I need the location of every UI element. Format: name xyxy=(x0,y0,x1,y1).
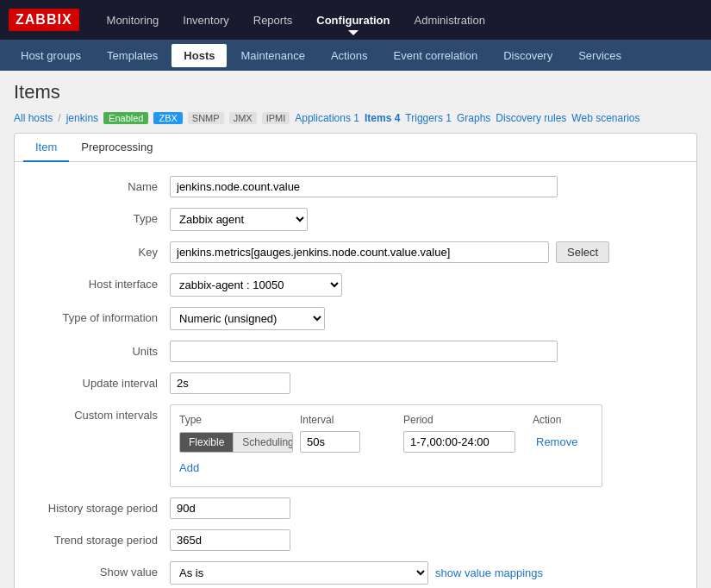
breadcrumb-allhosts[interactable]: All hosts xyxy=(14,112,53,124)
tab-items[interactable]: Items 4 xyxy=(365,112,400,124)
units-row: Units xyxy=(32,341,679,362)
add-interval-button[interactable]: Add xyxy=(179,458,199,478)
col-type-header: Type xyxy=(179,414,300,426)
nav-reports[interactable]: Reports xyxy=(243,9,303,32)
subnav-event-correlation[interactable]: Event correlation xyxy=(382,44,490,67)
update-interval-field xyxy=(170,372,679,394)
tab-web-scenarios[interactable]: Web scenarios xyxy=(571,112,639,124)
subnav-host-groups[interactable]: Host groups xyxy=(9,44,93,67)
type-select[interactable]: Zabbix agent xyxy=(170,208,308,231)
interval-row: Flexible Scheduling Remov xyxy=(179,431,593,453)
nav-administration[interactable]: Administration xyxy=(404,9,496,32)
host-interface-field: zabbix-agent : 10050 xyxy=(170,273,679,297)
breadcrumb-bar: All hosts / jenkins Enabled ZBX SNMP JMX… xyxy=(14,112,697,124)
custom-intervals-row: Custom intervals Type Interval Period Ac… xyxy=(32,404,679,487)
update-interval-label: Update interval xyxy=(32,372,170,390)
trend-label: Trend storage period xyxy=(32,529,170,547)
form-body: Name jenkins.node.count.value Type Zabbi… xyxy=(15,162,696,588)
logo: ZABBIX xyxy=(9,9,79,31)
form-tab-preprocessing[interactable]: Preprocessing xyxy=(69,134,165,162)
type-info-field: Numeric (unsigned) xyxy=(170,307,679,330)
key-row: Key Select xyxy=(32,241,679,263)
show-value-mappings-link[interactable]: show value mappings xyxy=(435,566,543,579)
trend-row: Trend storage period xyxy=(32,529,679,551)
subnav-services[interactable]: Services xyxy=(566,44,633,67)
type-field: Zabbix agent xyxy=(170,208,679,231)
units-field xyxy=(170,341,679,362)
update-interval-input[interactable] xyxy=(170,372,290,394)
update-interval-row: Update interval xyxy=(32,372,679,394)
remove-button[interactable]: Remove xyxy=(533,435,581,448)
nav-inventory[interactable]: Inventory xyxy=(172,9,239,32)
show-value-row: Show value As is show value mappings xyxy=(32,561,679,585)
breadcrumb-host[interactable]: jenkins xyxy=(66,112,98,124)
nav-configuration[interactable]: Configuration xyxy=(306,9,400,32)
enabled-badge: Enabled xyxy=(103,112,148,124)
key-label: Key xyxy=(32,241,170,259)
show-value-select[interactable]: As is xyxy=(170,561,428,585)
type-buttons: Flexible Scheduling xyxy=(179,432,293,453)
host-interface-row: Host interface zabbix-agent : 10050 xyxy=(32,273,679,297)
units-label: Units xyxy=(32,341,170,358)
form-tab-item[interactable]: Item xyxy=(23,134,69,162)
show-value-label: Show value xyxy=(32,561,170,579)
subnav-actions[interactable]: Actions xyxy=(319,44,380,67)
type-row: Type Zabbix agent xyxy=(32,208,679,231)
key-input[interactable] xyxy=(170,241,549,263)
flexible-btn[interactable]: Flexible xyxy=(180,433,234,452)
history-row: History storage period xyxy=(32,497,679,519)
add-interval-row: Add xyxy=(179,453,593,478)
name-input[interactable]: jenkins.node.count.value xyxy=(170,176,558,197)
top-navigation: ZABBIX Monitoring Inventory Reports Conf… xyxy=(0,0,711,40)
key-field: Select xyxy=(170,241,679,263)
page-content: Items All hosts / jenkins Enabled ZBX SN… xyxy=(0,71,711,588)
type-label: Type xyxy=(32,208,170,225)
snmp-badge: SNMP xyxy=(188,112,224,124)
jmx-badge: JMX xyxy=(229,112,257,124)
trend-input[interactable] xyxy=(170,529,290,551)
host-interface-label: Host interface xyxy=(32,273,170,291)
ipmi-badge: IPMI xyxy=(262,112,290,124)
interval-value-col xyxy=(300,431,403,453)
action-col: Remove xyxy=(533,435,593,448)
form-container: Item Preprocessing Name jenkins.node.cou… xyxy=(14,133,697,588)
scheduling-btn[interactable]: Scheduling xyxy=(234,433,293,452)
subnav-templates[interactable]: Templates xyxy=(95,44,170,67)
sub-navigation: Host groups Templates Hosts Maintenance … xyxy=(0,40,711,71)
history-field xyxy=(170,497,679,519)
trend-field xyxy=(170,529,679,551)
intervals-section: Type Interval Period Action Flexible Sch… xyxy=(170,404,602,487)
interval-value-input[interactable] xyxy=(300,431,360,453)
top-nav-links: Monitoring Inventory Reports Configurati… xyxy=(97,9,496,32)
breadcrumb-sep: / xyxy=(58,112,60,124)
host-interface-select[interactable]: zabbix-agent : 10050 xyxy=(170,273,342,297)
tab-applications[interactable]: Applications 1 xyxy=(295,112,359,124)
period-value-input[interactable] xyxy=(403,431,515,453)
history-label: History storage period xyxy=(32,497,170,515)
intervals-header: Type Interval Period Action xyxy=(179,414,593,426)
period-value-col xyxy=(403,431,533,453)
subnav-hosts[interactable]: Hosts xyxy=(172,44,227,67)
name-row: Name jenkins.node.count.value xyxy=(32,176,679,197)
show-value-field: As is show value mappings xyxy=(170,561,679,585)
type-info-row: Type of information Numeric (unsigned) xyxy=(32,307,679,330)
col-action-header: Action xyxy=(533,414,593,426)
nav-monitoring[interactable]: Monitoring xyxy=(97,9,170,32)
units-input[interactable] xyxy=(170,341,558,362)
key-select-button[interactable]: Select xyxy=(556,241,609,263)
tab-triggers[interactable]: Triggers 1 xyxy=(405,112,452,124)
history-input[interactable] xyxy=(170,497,290,519)
name-label: Name xyxy=(32,176,170,193)
custom-intervals-field: Type Interval Period Action Flexible Sch… xyxy=(170,404,679,487)
tab-discovery-rules[interactable]: Discovery rules xyxy=(496,112,566,124)
interval-type-col: Flexible Scheduling xyxy=(179,432,300,453)
col-interval-header: Interval xyxy=(300,414,403,426)
custom-intervals-label: Custom intervals xyxy=(32,404,170,422)
type-info-select[interactable]: Numeric (unsigned) xyxy=(170,307,325,330)
subnav-maintenance[interactable]: Maintenance xyxy=(228,44,316,67)
subnav-discovery[interactable]: Discovery xyxy=(491,44,564,67)
name-field: jenkins.node.count.value xyxy=(170,176,679,197)
form-tabs: Item Preprocessing xyxy=(15,134,696,162)
tab-graphs[interactable]: Graphs xyxy=(457,112,490,124)
type-info-label: Type of information xyxy=(32,307,170,324)
